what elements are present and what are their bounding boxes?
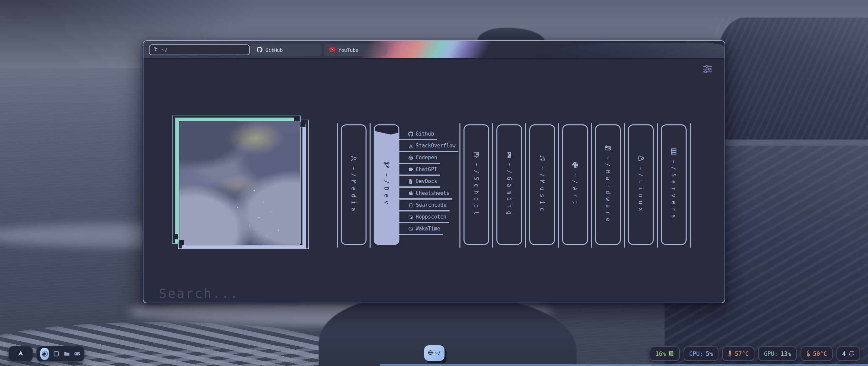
tab-label: GitHub	[265, 47, 283, 53]
tab-label: YouTube	[338, 47, 358, 53]
dev-link-hoppscotch[interactable]: Hoppscotch	[399, 214, 449, 223]
frame-handle	[300, 122, 305, 127]
notifications-widget[interactable]: 4	[836, 346, 860, 361]
shelf-divider	[492, 123, 493, 248]
frame-handle	[173, 234, 178, 239]
book-label: ~/Hardware	[605, 145, 611, 225]
github-icon	[257, 47, 262, 54]
book-gaming[interactable]: ~/Gaming	[496, 124, 522, 245]
book-school[interactable]: ~/School	[463, 124, 489, 245]
stackoverflow-icon	[408, 143, 413, 148]
ram-widget[interactable]: 16%	[650, 346, 680, 361]
music-note-icon	[539, 155, 546, 162]
cpu-widget[interactable]: CPU: 5%	[684, 346, 718, 361]
shelf-divider	[525, 123, 526, 248]
globe-icon	[428, 350, 433, 357]
book-label: ~/Media	[350, 155, 357, 215]
startpage-content: ~/Media ~/Dev	[143, 59, 725, 303]
wallpaper-glow-line	[380, 364, 868, 366]
document-icon	[408, 179, 413, 184]
cpu-usage: 5%	[706, 350, 713, 357]
dev-link-github[interactable]: Github	[399, 130, 437, 140]
gpu-temp: 50°C	[813, 350, 827, 357]
book-dev-open[interactable]: ~/Dev	[374, 124, 399, 245]
book-label: ~/Gaming	[506, 151, 513, 218]
gpu-temp-widget[interactable]: 50°C	[801, 346, 833, 361]
book-linux[interactable]: ~/Linux	[628, 124, 654, 245]
cpu-temp-widget[interactable]: 57°C	[722, 346, 754, 361]
book-hardware[interactable]: ~/Hardware	[595, 124, 621, 245]
window-square-icon[interactable]	[53, 351, 59, 357]
notification-count: 4	[842, 350, 846, 357]
dev-link-cheatsheets[interactable]: Cheatsheets	[399, 190, 452, 200]
tab-youtube[interactable]: YouTube	[324, 44, 388, 56]
clock-icon	[408, 226, 413, 231]
gpu-widget[interactable]: GPU: 13%	[758, 346, 797, 361]
search-bar	[158, 286, 699, 303]
shelf-divider	[591, 123, 592, 248]
search-input[interactable]	[158, 286, 699, 303]
book-icon	[408, 191, 413, 196]
browser-window: ~/ GitHub YouTube	[143, 40, 725, 303]
url-text: ~/	[161, 47, 168, 53]
frame-teal-thick	[175, 118, 299, 244]
book-media[interactable]: ~/Media	[341, 124, 367, 245]
shelf-divider	[459, 123, 460, 248]
bookshelf: ~/Media ~/Dev	[334, 123, 694, 248]
cpu-label: CPU:	[689, 350, 703, 357]
dev-link-searchcode[interactable]: {} Searchcode	[399, 202, 450, 211]
book-art[interactable]: ~/Art	[562, 124, 588, 245]
dev-link-devdocs[interactable]: DevDocs	[399, 178, 440, 188]
thermometer-icon	[806, 350, 810, 357]
shelf-divider	[558, 123, 559, 248]
shelf-divider	[624, 123, 625, 248]
git-branch-icon	[383, 162, 390, 168]
cover-artwork	[172, 116, 309, 253]
book-dev-cap	[375, 125, 398, 135]
browser-logo-icon	[153, 46, 159, 54]
palette-icon	[572, 162, 578, 168]
folder-icon[interactable]	[64, 351, 70, 357]
dev-link-chatgpt[interactable]: ChatGPT	[399, 166, 440, 176]
server-rack-icon	[670, 148, 677, 155]
settings-sliders-icon[interactable]	[703, 65, 712, 74]
thermometer-icon	[728, 350, 732, 357]
book-label: ~/Dev	[383, 162, 390, 207]
gpu-label: GPU:	[764, 350, 778, 357]
pc-tower-icon	[605, 145, 611, 151]
youtube-icon	[329, 47, 335, 53]
book-label: ~/School	[473, 151, 480, 218]
active-window-label: ~/	[435, 350, 441, 356]
dev-links-panel: Github StackOverflow	[399, 123, 456, 237]
book-label: ~/Art	[572, 162, 578, 207]
dev-link-wakatime[interactable]: WakaTime	[399, 225, 443, 235]
hoppscotch-icon	[408, 215, 413, 220]
retro-gamepad-icon[interactable]	[74, 351, 80, 357]
codepen-icon	[408, 155, 413, 160]
shelf-divider	[657, 123, 658, 248]
book-label: ~/Servers	[670, 148, 677, 221]
active-window-chip[interactable]: ~/	[424, 345, 445, 361]
url-bar[interactable]: ~/	[149, 44, 250, 55]
desktop: ~/ GitHub YouTube	[0, 0, 868, 366]
frame-handle	[294, 116, 299, 121]
firefox-active-app[interactable]	[40, 348, 49, 360]
person-icon	[350, 155, 357, 162]
book-music[interactable]: ~/Music	[529, 124, 555, 245]
status-widgets: 16% CPU: 5% 57°C GPU:	[650, 346, 860, 361]
gamepad-icon	[506, 151, 513, 158]
book-servers[interactable]: ~/Servers	[661, 124, 687, 245]
app-launcher-button[interactable]	[8, 346, 33, 362]
book-label: ~/Music	[539, 155, 546, 215]
github-icon	[408, 131, 413, 137]
chat-bubble-icon	[408, 167, 413, 172]
tux-icon	[637, 155, 644, 162]
ram-usage: 16%	[655, 350, 666, 357]
bell-icon	[848, 350, 854, 357]
shelf-divider	[690, 123, 691, 248]
school-icon	[473, 151, 480, 158]
tab-github[interactable]: GitHub	[251, 44, 322, 56]
dev-link-codepen[interactable]: Codepen	[399, 154, 440, 164]
dev-link-stackoverflow[interactable]: StackOverflow	[399, 142, 458, 152]
gpu-usage: 13%	[781, 350, 791, 357]
